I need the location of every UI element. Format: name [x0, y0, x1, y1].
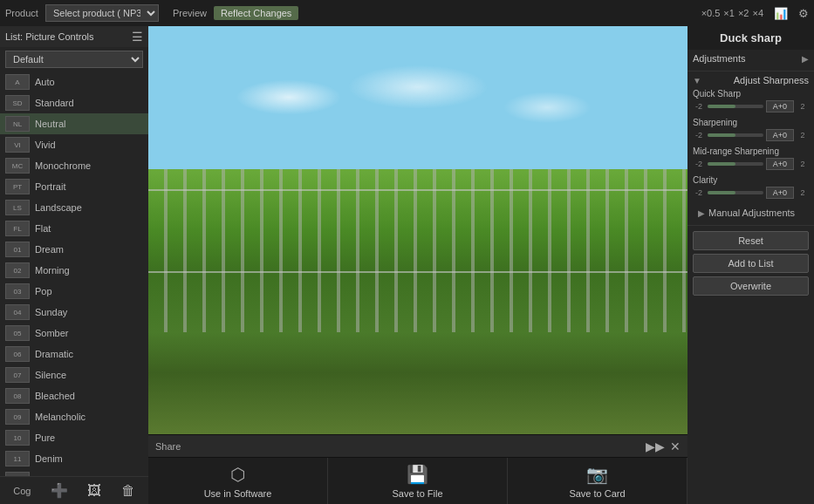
preset-thumb-portrait: PT	[5, 179, 30, 194]
sidebar-list-icon[interactable]: ☰	[132, 30, 143, 44]
preset-name-monochrome: Monochrome	[35, 160, 91, 171]
preset-item-portrait[interactable]: PTPortrait	[0, 176, 148, 197]
preview-button[interactable]: Preview	[173, 8, 207, 18]
zoom-2-button[interactable]: ×2	[738, 8, 749, 18]
adjustments-arrow[interactable]: ▶	[802, 54, 809, 64]
delete-preset-button[interactable]: 🗑	[121, 483, 135, 499]
zoom-1-button[interactable]: ×1	[723, 8, 735, 18]
preset-item-pop[interactable]: 03Pop	[0, 281, 148, 302]
preset-item-denim[interactable]: 11Denim	[0, 448, 148, 469]
sharpening-row: Sharpening -2 2	[693, 118, 809, 141]
preset-name-somber: Somber	[35, 328, 69, 338]
preset-item-flat[interactable]: FLFlat	[0, 218, 148, 239]
quick-sharp-max: 2	[797, 102, 809, 111]
right-panel-buttons: Reset Add to List Overwrite	[687, 226, 814, 301]
preset-item-pure[interactable]: 10Pure	[0, 427, 148, 448]
sharpening-label: Sharpening	[693, 118, 809, 127]
reflect-changes-button[interactable]: Reflect Changes	[214, 6, 298, 20]
preview-image	[148, 26, 687, 434]
save-to-card-button[interactable]: 📷 Save to Card	[508, 458, 687, 504]
clarity-max: 2	[797, 188, 809, 197]
reset-button[interactable]: Reset	[693, 231, 809, 250]
fence-horizontal-1	[148, 189, 687, 191]
clarity-controls: -2 2	[693, 187, 809, 199]
duck-sharp-title: Duck sharp	[693, 31, 809, 44]
preset-thumb-pure: 10	[5, 430, 30, 446]
image-button[interactable]: 🖼	[87, 483, 101, 499]
preset-name-denim: Denim	[35, 453, 63, 464]
adjust-sharpness-title: Adjust Sharpness	[734, 75, 809, 85]
preset-thumb-standard: SD	[5, 95, 30, 111]
preset-thumb-denim: 11	[5, 451, 30, 467]
preset-item-morning[interactable]: 02Morning	[0, 260, 148, 281]
mid-range-value[interactable]	[766, 158, 794, 170]
left-sidebar: List: Picture Controls ☰ Default AAutoSD…	[0, 26, 148, 504]
bottom-bar: ⬡ Use in Software 💾 Save to File 📷 Save …	[148, 457, 687, 504]
product-select[interactable]: Select product ( NP3 )	[45, 4, 159, 22]
preset-thumb-vivid: VI	[5, 137, 30, 153]
preset-item-silence[interactable]: 07Silence	[0, 364, 148, 385]
quick-sharp-value[interactable]	[766, 100, 794, 112]
preset-name-dream: Dream	[35, 244, 64, 255]
zoom-4-button[interactable]: ×4	[752, 8, 763, 18]
preset-name-sunday: Sunday	[35, 307, 67, 317]
preset-list: AAutoSDStandardNLNeutralVIVividMCMonochr…	[0, 72, 148, 476]
save-to-card-label: Save to Card	[569, 488, 625, 499]
quick-sharp-track[interactable]	[708, 105, 763, 108]
settings-icon[interactable]: ⚙	[798, 7, 809, 20]
mid-range-sharpening-controls: -2 2	[693, 158, 809, 170]
preset-item-somber[interactable]: 05Somber	[0, 323, 148, 344]
preset-thumb-morning: 02	[5, 262, 30, 278]
preset-name-portrait: Portrait	[35, 181, 65, 192]
mid-range-max: 2	[797, 160, 809, 168]
clarity-row: Clarity -2 2	[693, 175, 809, 199]
quick-sharp-label: Quick Sharp	[693, 89, 809, 99]
preset-item-melancholic[interactable]: 09Melancholic	[0, 406, 148, 427]
save-to-file-button[interactable]: 💾 Save to File	[328, 458, 508, 504]
share-close-button[interactable]: ✕	[670, 439, 681, 453]
sharpening-value[interactable]	[766, 129, 794, 141]
preset-name-pop: Pop	[35, 286, 52, 296]
histogram-icon[interactable]: 📊	[774, 7, 788, 20]
adjustments-section: Adjustments ▶	[687, 50, 814, 72]
preset-item-neutral[interactable]: NLNeutral	[0, 113, 148, 134]
preset-name-pure: Pure	[35, 432, 55, 443]
preset-thumb-monochrome: MC	[5, 158, 30, 174]
preset-item-landscape[interactable]: LSLandscape	[0, 197, 148, 218]
quick-sharp-controls: -2 2	[693, 100, 809, 112]
clarity-value[interactable]	[766, 187, 794, 199]
clarity-track[interactable]	[708, 191, 763, 194]
preset-item-dramatic[interactable]: 06Dramatic	[0, 344, 148, 364]
add-preset-button[interactable]: ➕	[51, 482, 68, 499]
preset-item-vivid[interactable]: VIVivid	[0, 134, 148, 155]
preset-item-bleached[interactable]: 08Bleached	[0, 385, 148, 406]
preset-item-toy[interactable]: 12Toy	[0, 469, 148, 476]
use-in-software-button[interactable]: ⬡ Use in Software	[148, 458, 328, 504]
manual-adjustments-row[interactable]: ▶ Manual Adjustments	[693, 204, 809, 221]
zoom-05-button[interactable]: ×0.5	[701, 8, 721, 18]
preset-thumb-auto: A	[5, 74, 30, 90]
preset-item-auto[interactable]: AAuto	[0, 72, 148, 92]
mid-range-track[interactable]	[708, 162, 763, 166]
sidebar-dropdown[interactable]: Default	[5, 51, 143, 68]
sharpening-max: 2	[797, 131, 809, 140]
adjust-sharpness-arrow[interactable]: ▼	[693, 76, 701, 85]
quick-sharp-min: -2	[693, 102, 705, 111]
use-in-software-label: Use in Software	[204, 488, 272, 499]
share-play-button[interactable]: ▶▶	[646, 439, 665, 453]
sharpening-track[interactable]	[708, 133, 763, 137]
mid-range-min: -2	[693, 160, 705, 168]
add-to-list-button[interactable]: Add to List	[693, 254, 809, 273]
preset-item-sunday[interactable]: 04Sunday	[0, 302, 148, 323]
sidebar-header: List: Picture Controls ☰	[0, 26, 148, 47]
preset-item-monochrome[interactable]: MCMonochrome	[0, 155, 148, 176]
preset-thumb-pop: 03	[5, 283, 30, 299]
overwrite-button[interactable]: Overwrite	[693, 276, 809, 296]
adjustments-header: Adjustments ▶	[693, 53, 809, 64]
adjust-sharpness-section: ▼ Adjust Sharpness Quick Sharp -2 2 Shar…	[687, 72, 814, 226]
preset-thumb-neutral: NL	[5, 116, 30, 132]
preset-item-dream[interactable]: 01Dream	[0, 239, 148, 260]
fence-horizontal-2	[148, 271, 687, 273]
preset-item-standard[interactable]: SDStandard	[0, 92, 148, 113]
sharpening-min: -2	[693, 131, 705, 140]
